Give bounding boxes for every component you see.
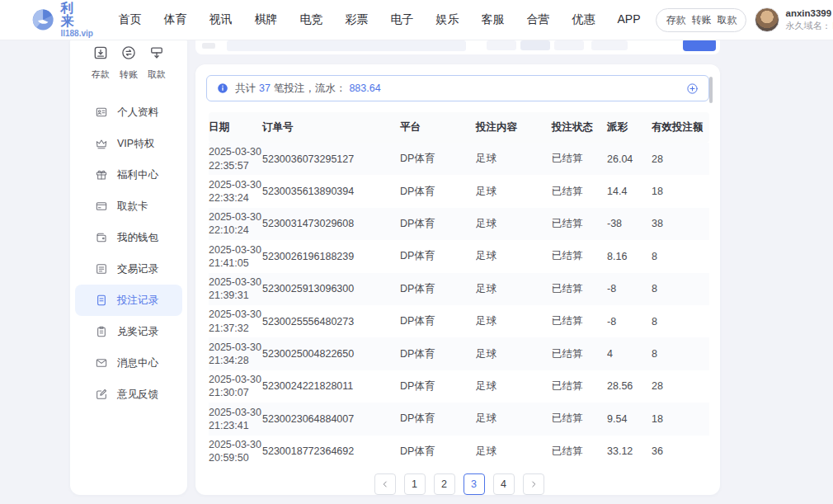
nav-item[interactable]: 首页 — [114, 9, 145, 31]
bet-time: 21:23:41 — [209, 419, 257, 432]
valid-bet-amount: 8 — [652, 251, 709, 262]
order-number: 5230024221828011 — [262, 380, 400, 392]
wallet-pill-action[interactable]: 存款 — [666, 13, 685, 27]
scrollbar-thumb[interactable] — [709, 77, 713, 103]
nav-item[interactable]: 棋牌 — [250, 9, 281, 31]
platform: DP体育 — [400, 412, 476, 426]
bet-date: 2025-03-30 — [209, 438, 257, 451]
sidebar-menu-item[interactable]: 个人资料 — [75, 97, 182, 128]
valid-bet-amount: 8 — [652, 348, 709, 360]
column-header: 订单号 — [262, 120, 400, 134]
bet-status: 已结算 — [552, 379, 607, 393]
nav-item[interactable]: 合营 — [522, 9, 553, 31]
nav-item[interactable]: 体育 — [159, 9, 191, 31]
column-header: 有效投注额 — [652, 120, 709, 134]
bet-date: 2025-03-30 — [209, 243, 257, 257]
summary-bar: 共计 37 笔投注，流水： 883.64 — [206, 75, 709, 101]
page-button[interactable]: 3 — [464, 473, 485, 495]
table-row: 2025-03-30 22:10:24 5230031473029608 DP体… — [209, 208, 709, 240]
message-center-icon — [95, 356, 108, 370]
crown-icon — [95, 137, 108, 150]
sidebar-menu-item[interactable]: 消息中心 — [75, 347, 182, 379]
bet-status: 已结算 — [552, 282, 607, 296]
filter-input[interactable] — [227, 40, 466, 51]
nav-item[interactable]: 电竞 — [295, 9, 327, 31]
betting-records-page: 利 来 ll188.vip 首页 体育 视讯 棋牌 电竞 彩票 电子 娱乐 — [0, 0, 833, 504]
chevron-left-icon — [380, 479, 390, 489]
payout: 14.4 — [607, 186, 652, 197]
nav-item[interactable]: APP — [613, 9, 644, 31]
redeem-record-icon — [95, 325, 108, 338]
bet-content: 足球 — [476, 412, 552, 426]
quick-action-button[interactable]: 转账 — [115, 45, 143, 81]
column-header: 投注内容 — [476, 120, 552, 134]
filter-option[interactable] — [487, 40, 516, 50]
feedback-icon — [95, 388, 108, 401]
valid-bet-amount: 28 — [652, 380, 709, 392]
next-page-button[interactable] — [523, 473, 544, 495]
sidebar-menu-item[interactable]: 我的钱包 — [75, 222, 182, 253]
table-body: 2025-03-30 22:35:57 5230036073295127 DP体… — [209, 143, 709, 468]
user-info: anxin3399总资产： 1363.49元 永久域名：ll188.vip | … — [755, 7, 828, 32]
sidebar-menu-item[interactable]: 取款卡 — [75, 191, 182, 222]
payout: 28.56 — [607, 380, 652, 392]
sidebar-menu-item[interactable]: 意见反馈 — [75, 379, 182, 410]
info-icon — [217, 82, 228, 94]
bet-date: 2025-03-30 — [209, 178, 257, 191]
sidebar-menu-item[interactable]: 交易记录 — [75, 253, 182, 285]
prev-page-button[interactable] — [374, 473, 396, 495]
platform: DP体育 — [400, 249, 476, 263]
nav-item[interactable]: 彩票 — [341, 9, 372, 31]
order-number: 5230025004822650 — [262, 348, 400, 360]
table-row: 2025-03-30 21:41:05 5230026196188239 DP体… — [209, 240, 709, 272]
filter-option[interactable] — [520, 40, 550, 50]
bet-status: 已结算 — [552, 152, 607, 166]
bet-time: 21:34:28 — [209, 354, 257, 367]
order-number: 5230025556480273 — [262, 316, 400, 327]
filter-option[interactable] — [591, 40, 628, 50]
nav-item[interactable]: 视讯 — [205, 9, 236, 31]
page-button[interactable]: 1 — [404, 473, 426, 495]
filter-option[interactable] — [554, 40, 584, 50]
bet-records-panel: 共计 37 笔投注，流水： 883.64 日期 订单号 平台 投注内容 投注状态 — [195, 64, 720, 495]
payout: 33.12 — [607, 445, 652, 457]
bet-date: 2025-03-30 — [209, 210, 257, 224]
bet-count: 37 — [259, 82, 271, 94]
bet-content: 足球 — [476, 249, 552, 263]
username: anxin3399 — [785, 8, 831, 18]
nav-item[interactable]: 客服 — [477, 9, 508, 31]
bet-status: 已结算 — [552, 445, 607, 459]
query-button[interactable] — [683, 39, 716, 51]
bet-content: 足球 — [476, 379, 552, 393]
withdraw-icon — [148, 45, 165, 64]
nav-item[interactable]: 电子 — [386, 9, 417, 31]
sidebar-menu-item[interactable]: 兑奖记录 — [75, 316, 182, 347]
bet-time: 21:37:32 — [209, 322, 257, 335]
quick-action-button[interactable]: 存款 — [87, 45, 115, 81]
bet-time: 21:41:05 — [209, 257, 257, 270]
quick-action-button[interactable]: 取款 — [143, 45, 171, 81]
platform: DP体育 — [400, 152, 476, 166]
logo-swirl-icon — [31, 7, 54, 33]
site-logo[interactable]: 利 来 ll188.vip — [31, 2, 96, 38]
top-navbar: 利 来 ll188.vip 首页 体育 视讯 棋牌 电竞 彩票 电子 娱乐 — [0, 0, 833, 40]
bet-date: 2025-03-30 — [209, 341, 257, 354]
deposit-icon — [92, 45, 109, 64]
nav-item[interactable]: 优惠 — [567, 9, 599, 31]
wallet-pill-action[interactable]: 取款 — [717, 13, 737, 27]
sidebar-menu-item[interactable]: 投注记录 — [75, 285, 182, 316]
sidebar-menu-item[interactable]: VIP特权 — [75, 128, 182, 159]
wallet-pill-action[interactable]: 转账 — [691, 13, 711, 27]
nav-item[interactable]: 娱乐 — [431, 9, 463, 31]
table-row: 2025-03-30 21:30:07 5230024221828011 DP体… — [209, 370, 709, 403]
valid-bet-amount: 28 — [652, 153, 709, 165]
order-number: 5230031473029608 — [262, 218, 400, 229]
plus-circle-icon[interactable] — [686, 82, 699, 95]
bet-status: 已结算 — [552, 217, 607, 231]
user-avatar[interactable] — [755, 7, 779, 32]
bet-records-table: 日期 订单号 平台 投注内容 投注状态 派彩 有效投注额 — [206, 112, 709, 495]
page-button[interactable]: 2 — [434, 473, 455, 495]
sidebar-menu-item[interactable]: 福利中心 — [75, 159, 182, 191]
page-button[interactable]: 4 — [493, 473, 515, 495]
bet-time: 21:39:31 — [209, 289, 257, 302]
